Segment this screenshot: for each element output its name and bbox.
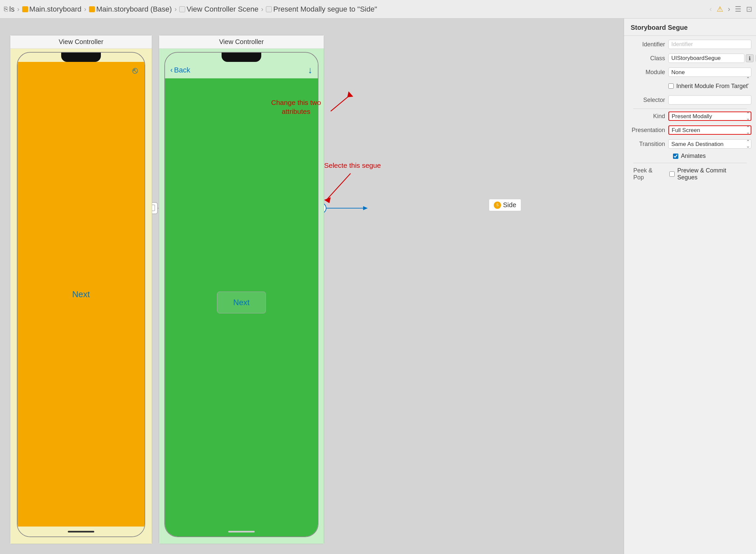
back-label: Back [174, 66, 190, 74]
breadcrumb-segue-label: Present Modally segue to "Side" [273, 5, 377, 13]
kind-select[interactable]: Present Modally Show Show Detail Present… [668, 112, 751, 121]
peek-pop-label: Peek & Pop [633, 167, 664, 181]
breadcrumb-ls[interactable]: ⎘ ls [4, 5, 14, 13]
back-btn: ‹ Back [170, 66, 190, 74]
phone-notch-first [61, 53, 101, 62]
phone-body-green: Next [165, 78, 318, 527]
transition-label: Transition [629, 141, 668, 148]
class-input[interactable] [668, 54, 744, 63]
storyboard-icon [22, 6, 28, 12]
breadcrumb-base[interactable]: Main.storyboard (Base) [89, 5, 172, 13]
annotation-select-segue: Selecte this segue [324, 161, 381, 170]
identifier-input[interactable] [668, 40, 751, 49]
svg-line-9 [331, 95, 351, 111]
transition-row: Transition Same As Destination Cover Ver… [629, 138, 751, 149]
main-layout: View Controller ⎋ Next View Controller [0, 18, 756, 554]
phone-notch-second [222, 53, 261, 62]
kind-row: Kind Present Modally Show Show Detail Pr… [629, 111, 751, 121]
divider-1 [633, 109, 747, 109]
animates-checkbox[interactable] [673, 154, 678, 159]
warning-icon[interactable]: ⚠ [717, 5, 723, 13]
phone-home-bar-first [17, 527, 144, 537]
chevron-left-icon: ‹ [170, 66, 173, 74]
breadcrumb-vc-scene[interactable]: View Controller Scene [179, 5, 258, 13]
back-nav-button[interactable]: ‹ [709, 5, 712, 13]
window-icon[interactable]: ⊡ [746, 5, 752, 13]
selector-label: Selector [629, 97, 668, 104]
top-bar: ⎘ ls › Main.storyboard › Main.storyboard… [0, 0, 756, 18]
right-panel-title: Storyboard Segue [624, 18, 756, 36]
phone-mock-second: ‹ Back ↓ Next [164, 52, 318, 537]
inherit-module-checkbox[interactable] [668, 84, 674, 89]
breadcrumb-segue[interactable]: Present Modally segue to "Side" [266, 5, 377, 13]
annotation-change-attributes: Change this twoattributes [271, 98, 321, 116]
inherit-module-row: Inherit Module From Target [629, 81, 751, 91]
module-row: Module None ⌃⌄ [629, 67, 751, 77]
peek-pop-row: Peek & Pop Preview & Commit Segues [629, 165, 751, 183]
divider-2 [633, 163, 747, 163]
form-section: Identifier Class ℹ ⌄ Module [624, 36, 756, 186]
transition-select[interactable]: Same As Destination Cover Vertical Flip … [668, 139, 751, 149]
vc-first-title: View Controller [10, 36, 152, 49]
peek-pop-checkbox[interactable] [669, 171, 675, 177]
breadcrumb-sep-4: › [261, 5, 264, 13]
module-select[interactable]: None [668, 67, 751, 77]
side-dest-box: S Side [489, 199, 521, 211]
vc-first-body: ⎋ Next [10, 49, 152, 544]
forward-nav-button[interactable]: › [728, 5, 730, 13]
class-row: Class ℹ ⌄ [629, 53, 751, 63]
side-label: Side [503, 201, 516, 209]
class-label: Class [629, 55, 668, 62]
phone-mock-first: ⎋ Next [17, 52, 145, 537]
vc-panel-first: View Controller ⎋ Next [10, 35, 152, 544]
breadcrumb-base-label: Main.storyboard (Base) [96, 5, 172, 13]
module-select-wrapper: None ⌃⌄ [668, 67, 751, 77]
top-bar-icons: ‹ ⚠ › ☰ ⊡ [709, 5, 752, 13]
vc-second-title: View Controller [159, 36, 324, 49]
phone-nav-bar: ‹ Back ↓ [165, 62, 318, 78]
vc-scene-icon [179, 6, 185, 12]
breadcrumb-sep-3: › [175, 5, 177, 13]
breadcrumb-vcscene-label: View Controller Scene [187, 5, 258, 13]
download-icon: ↓ [308, 65, 313, 75]
home-bar-line-first [68, 531, 94, 533]
phone-home-bar-second [165, 527, 318, 537]
identifier-row: Identifier [629, 39, 751, 50]
breadcrumb-main-label: Main.storyboard [29, 5, 82, 13]
breadcrumb-sep-1: › [17, 5, 19, 13]
animates-row: Animates [629, 153, 751, 160]
svg-marker-12 [324, 197, 331, 203]
selector-row: Selector [629, 95, 751, 105]
home-bar-line-second [228, 531, 255, 533]
phone-body-orange: ⎋ Next [17, 62, 144, 527]
annotation-change-text: Change this twoattributes [271, 98, 321, 116]
ls-icon: ⎘ [4, 5, 8, 13]
selector-input[interactable] [668, 95, 751, 105]
identifier-label: Identifier [629, 41, 668, 48]
right-panel: Storyboard Segue Identifier Class ℹ ⌄ [624, 18, 756, 554]
breadcrumb-main-storyboard[interactable]: Main.storyboard [22, 5, 82, 13]
class-info-button[interactable]: ℹ [746, 54, 754, 62]
phone-green-full: ‹ Back ↓ Next [165, 62, 318, 537]
side-destination: S Side [489, 199, 521, 211]
kind-label: Kind [629, 113, 668, 120]
vc2-next-label: Next [233, 298, 249, 307]
inherit-module-text: Inherit Module From Target [676, 83, 748, 90]
animates-label: Animates [681, 153, 706, 160]
svg-line-11 [327, 173, 351, 199]
class-select-wrapper: ℹ ⌄ [668, 54, 756, 63]
menu-icon[interactable]: ☰ [735, 5, 742, 13]
side-icon: S [494, 202, 501, 209]
svg-marker-8 [363, 206, 368, 210]
presentation-label: Presentation [629, 127, 668, 134]
transition-select-wrapper: Same As Destination Cover Vertical Flip … [668, 139, 751, 149]
breadcrumb-ls-label: ls [9, 5, 14, 13]
presentation-select[interactable]: Full Screen Automatic Current Context Pa… [668, 125, 751, 135]
presentation-row: Presentation Full Screen Automatic Curre… [629, 125, 751, 135]
canvas-area[interactable]: View Controller ⎋ Next View Controller [0, 18, 624, 554]
kind-select-wrapper: Present Modally Show Show Detail Present… [668, 112, 751, 121]
storyboard-base-icon [89, 6, 95, 12]
vc2-next-button[interactable]: Next [217, 291, 265, 314]
module-label: Module [629, 69, 668, 76]
svg-marker-10 [347, 91, 353, 97]
